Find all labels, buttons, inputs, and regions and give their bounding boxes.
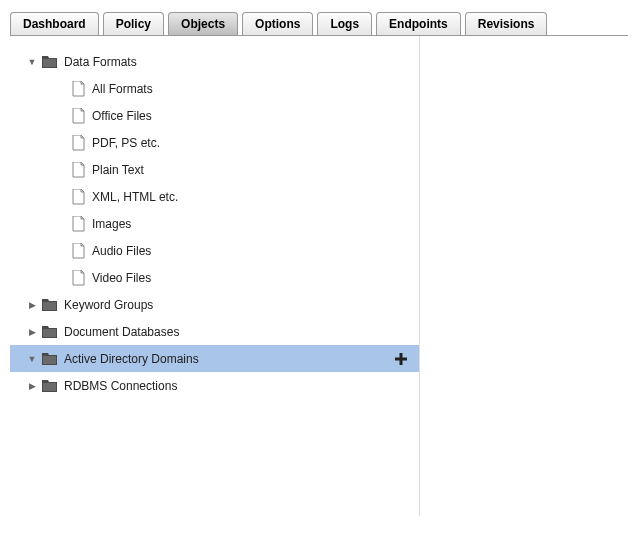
chevron-right-icon[interactable]: ▶	[24, 381, 40, 391]
chevron-down-icon[interactable]: ▼	[24, 57, 40, 67]
tree-item-label: PDF, PS etc.	[92, 136, 391, 150]
tree-row[interactable]: ▼Data Formats	[10, 48, 419, 75]
tree-item-label: Data Formats	[64, 55, 391, 69]
tree-row[interactable]: Office Files	[10, 102, 419, 129]
file-icon	[72, 270, 85, 286]
chevron-down-icon[interactable]: ▼	[24, 354, 40, 364]
tab-objects[interactable]: Objects	[168, 12, 238, 35]
tree-row[interactable]: Video Files	[10, 264, 419, 291]
tree-row[interactable]: ▶RDBMS Connections	[10, 372, 419, 399]
tree-item-label: Office Files	[92, 109, 391, 123]
file-icon	[72, 162, 85, 178]
tree-row[interactable]: Audio Files	[10, 237, 419, 264]
tree-item-label: Keyword Groups	[64, 298, 391, 312]
folder-icon	[42, 55, 58, 69]
tree-item-label: XML, HTML etc.	[92, 190, 391, 204]
folder-icon	[42, 325, 58, 339]
tab-policy[interactable]: Policy	[103, 12, 164, 35]
tree-row[interactable]: All Formats	[10, 75, 419, 102]
file-icon	[72, 108, 85, 124]
tree-icon-slot	[40, 55, 60, 69]
tree-item-label: RDBMS Connections	[64, 379, 391, 393]
tree-row[interactable]: Plain Text	[10, 156, 419, 183]
folder-icon	[42, 352, 58, 366]
tab-options[interactable]: Options	[242, 12, 313, 35]
file-icon	[72, 189, 85, 205]
file-icon	[72, 216, 85, 232]
tree-icon-slot	[68, 243, 88, 259]
plus-icon	[394, 352, 408, 366]
tree-row[interactable]: XML, HTML etc.	[10, 183, 419, 210]
tab-revisions[interactable]: Revisions	[465, 12, 548, 35]
tree-icon-slot	[68, 135, 88, 151]
tab-endpoints[interactable]: Endpoints	[376, 12, 461, 35]
tree-item-label: Document Databases	[64, 325, 391, 339]
add-button[interactable]	[391, 352, 411, 366]
folder-icon	[42, 298, 58, 312]
file-icon	[72, 135, 85, 151]
tab-dashboard[interactable]: Dashboard	[10, 12, 99, 35]
tab-logs[interactable]: Logs	[317, 12, 372, 35]
tree-icon-slot	[68, 81, 88, 97]
chevron-right-icon[interactable]: ▶	[24, 300, 40, 310]
tree-row[interactable]: ▶Document Databases	[10, 318, 419, 345]
folder-icon	[42, 379, 58, 393]
chevron-right-icon[interactable]: ▶	[24, 327, 40, 337]
file-icon	[72, 243, 85, 259]
tree-row[interactable]: ▶Keyword Groups	[10, 291, 419, 318]
tab-bar: DashboardPolicyObjectsOptionsLogsEndpoin…	[10, 12, 628, 36]
tree-icon-slot	[40, 298, 60, 312]
svg-rect-1	[395, 357, 407, 360]
tree-icon-slot	[40, 325, 60, 339]
tree-icon-slot	[68, 108, 88, 124]
tree-item-label: Video Files	[92, 271, 391, 285]
tree-icon-slot	[68, 189, 88, 205]
file-icon	[72, 81, 85, 97]
tree-row[interactable]: Images	[10, 210, 419, 237]
tree-icon-slot	[68, 270, 88, 286]
tree-icon-slot	[68, 162, 88, 178]
tree-icon-slot	[40, 352, 60, 366]
tree-row[interactable]: ▼Active Directory Domains	[10, 345, 419, 372]
tree-icon-slot	[68, 216, 88, 232]
tree-item-label: Active Directory Domains	[64, 352, 391, 366]
tree-item-label: Plain Text	[92, 163, 391, 177]
tree-item-label: Audio Files	[92, 244, 391, 258]
tree-icon-slot	[40, 379, 60, 393]
tree-item-label: All Formats	[92, 82, 391, 96]
tree-item-label: Images	[92, 217, 391, 231]
tree-panel: ▼Data FormatsAll FormatsOffice FilesPDF,…	[10, 36, 420, 516]
tree-row[interactable]: PDF, PS etc.	[10, 129, 419, 156]
